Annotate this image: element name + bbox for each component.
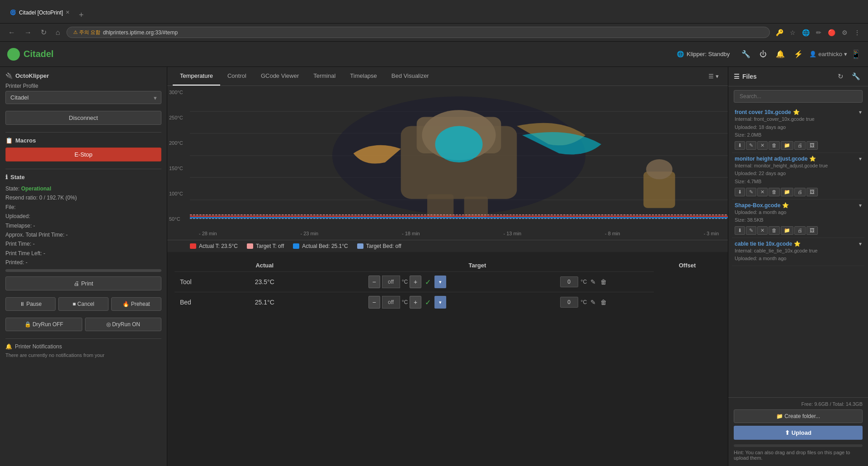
file-print-btn-3[interactable]: 🖨 (794, 226, 806, 235)
file-name-3[interactable]: Shape-Box.gcode ⭐ (735, 202, 789, 209)
print-button[interactable]: 🖨 Print (5, 276, 161, 290)
browser-action-ext2[interactable]: ✏ (814, 27, 824, 38)
file-delete-btn-1[interactable]: 🗑 (769, 141, 780, 150)
file-move-btn-2[interactable]: 📁 (781, 188, 793, 196)
dryrun-off-button[interactable]: 🔒 DryRun OFF (5, 318, 82, 331)
chart-container: 300°C 250°C 200°C 150°C 100°C 50°C (167, 86, 728, 240)
file-preview-btn-3[interactable]: 🖼 (807, 226, 818, 235)
tab-timelapse[interactable]: Timelapse (343, 67, 384, 86)
file-delete-btn-3[interactable]: 🗑 (769, 226, 780, 235)
dryrun-on-button[interactable]: ◎ DryRun ON (85, 318, 162, 331)
power-icon-btn[interactable]: ⏻ (757, 48, 769, 60)
file-internal-1: Internal: front_cover_10x.gcode true (735, 115, 862, 124)
file-move-btn-3[interactable]: 📁 (781, 226, 793, 235)
file-download-btn-3[interactable]: ⬇ (735, 226, 745, 235)
tool-temp-plus-btn[interactable]: + (410, 276, 421, 288)
file-edit-btn-3[interactable]: ✎ (746, 226, 756, 235)
bell-icon-btn[interactable]: 🔔 (773, 48, 788, 60)
plugin-icon-btn[interactable]: ⚡ (791, 48, 806, 60)
printer-profile-select[interactable]: Citadel (5, 91, 161, 104)
file-preview-btn-2[interactable]: 🖼 (807, 188, 818, 196)
header-status: 🌐 Klipper: Standby (677, 51, 730, 57)
tab-menu-btn[interactable]: ☰ ▾ (705, 69, 722, 83)
file-expand-btn-2[interactable]: ▾ (859, 156, 862, 162)
file-name-1[interactable]: front cover 10x.gcode ⭐ (735, 109, 800, 115)
upload-button[interactable]: ⬆ Upload (734, 426, 863, 440)
browser-action-key[interactable]: 🔑 (774, 27, 786, 38)
file-copy-btn-3[interactable]: ✕ (757, 226, 768, 235)
col-target: Target (301, 259, 654, 272)
bed-offset-delete-btn[interactable]: 🗑 (599, 298, 608, 307)
browser-action-ext1[interactable]: 🌐 (800, 27, 812, 38)
tab-terminal[interactable]: Terminal (306, 67, 343, 86)
browser-action-settings[interactable]: ⚙ (840, 27, 850, 38)
file-copy-btn-2[interactable]: ✕ (757, 188, 768, 196)
tool-temp-confirm-btn[interactable]: ✓ (423, 276, 433, 288)
x-label-3: - 3 min (703, 231, 719, 236)
bed-target-input-group: − off °C + ✓ ▾ (307, 296, 509, 309)
timelapse-label: Timelapse: - (5, 221, 161, 230)
active-tab[interactable]: 🌀 Citadel [OctoPrint] ✕ (4, 5, 76, 20)
files-hint: Hint: You can also drag and drop files o… (734, 447, 863, 462)
y-label-150: 150°C (169, 166, 183, 171)
file-delete-btn-2[interactable]: 🗑 (769, 188, 780, 196)
file-print-btn-2[interactable]: 🖨 (794, 188, 806, 196)
user-dropdown-chevron: ▾ (844, 51, 847, 57)
file-print-btn-1[interactable]: 🖨 (794, 141, 806, 150)
file-download-btn-1[interactable]: ⬇ (735, 141, 745, 150)
cancel-button[interactable]: ■ Cancel (58, 297, 108, 311)
address-bar[interactable]: ⚠ 주의 요함 dhlprinters.iptime.org:33/#temp (66, 27, 770, 38)
files-refresh-btn[interactable]: ↻ (835, 71, 846, 81)
browser-action-bookmark[interactable]: ☆ (788, 27, 798, 38)
bed-temp-dropdown-btn[interactable]: ▾ (434, 296, 446, 309)
file-preview-btn-1[interactable]: 🖼 (807, 141, 818, 150)
nav-forward-button[interactable]: → (22, 27, 34, 38)
files-search-input[interactable] (734, 90, 863, 103)
bed-temp-plus-btn[interactable]: + (410, 296, 421, 309)
app-logo-icon: ● (7, 48, 20, 61)
files-title: ☰ Files (734, 73, 832, 80)
nav-back-button[interactable]: ← (5, 27, 18, 38)
disconnect-button[interactable]: Disconnect (5, 111, 161, 125)
tab-temperature[interactable]: Temperature (173, 67, 220, 86)
tool-temp-minus-btn[interactable]: − (368, 276, 380, 288)
sidebar-plugin-header: 🔌 OctoKlipper (5, 72, 161, 79)
estop-button[interactable]: E-Stop (5, 147, 161, 162)
tab-control[interactable]: Control (220, 67, 254, 86)
create-folder-button[interactable]: 📁 Create folder... (734, 409, 863, 423)
pause-button[interactable]: ⏸ Pause (5, 297, 56, 311)
nav-home-button[interactable]: ⌂ (53, 27, 63, 38)
tool-temp-dropdown-btn[interactable]: ▾ (434, 276, 446, 288)
user-menu[interactable]: 👤 earthicko ▾ (809, 51, 847, 57)
file-name-4[interactable]: cable tie tie 10x.gcode ⭐ (735, 241, 801, 247)
file-uploaded-1: Uploaded: 18 days ago (735, 124, 862, 132)
preheat-button[interactable]: 🔥 Preheat (111, 297, 161, 311)
tool-offset-input[interactable] (560, 276, 578, 287)
tab-gcode-viewer[interactable]: GCode Viewer (254, 67, 306, 86)
file-meta-3: Uploaded: a month ago Size: 38.5KB (735, 209, 862, 224)
file-move-btn-1[interactable]: 📁 (781, 141, 793, 150)
tab-bed-visualizer[interactable]: Bed Visualizer (384, 67, 436, 86)
nav-refresh-button[interactable]: ↻ (38, 26, 49, 38)
file-name-2[interactable]: monitor height adjust.gcode ⭐ (735, 156, 816, 162)
file-edit-btn-2[interactable]: ✎ (746, 188, 756, 196)
tab-close-btn[interactable]: ✕ (66, 10, 70, 15)
file-edit-btn-1[interactable]: ✎ (746, 141, 756, 150)
file-expand-btn-4[interactable]: ▾ (859, 241, 862, 247)
bed-temp-minus-btn[interactable]: − (368, 296, 380, 309)
new-tab-button[interactable]: + (76, 10, 86, 20)
file-download-btn-2[interactable]: ⬇ (735, 188, 745, 196)
file-expand-btn-1[interactable]: ▾ (859, 109, 862, 115)
bed-temp-confirm-btn[interactable]: ✓ (423, 296, 433, 309)
files-settings-btn[interactable]: 🔧 (849, 71, 863, 81)
tool-offset-edit-btn[interactable]: ✎ (590, 277, 597, 286)
browser-action-more[interactable]: ⋮ (852, 27, 863, 38)
wrench-icon-btn[interactable]: 🔧 (739, 48, 753, 60)
bed-offset-edit-btn[interactable]: ✎ (590, 298, 597, 307)
file-copy-btn-1[interactable]: ✕ (757, 141, 768, 150)
file-expand-btn-3[interactable]: ▾ (859, 202, 862, 209)
state-value: Operational (21, 185, 52, 192)
tool-offset-delete-btn[interactable]: 🗑 (599, 277, 608, 286)
bed-offset-input[interactable] (560, 297, 578, 308)
browser-action-ext3[interactable]: 🔴 (826, 27, 838, 38)
